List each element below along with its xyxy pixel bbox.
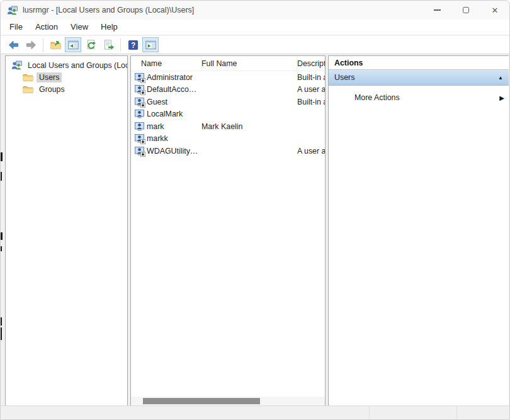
list-column-headers: Name Full Name Description — [131, 56, 325, 71]
users-list-panel: Name Full Name Description — [130, 55, 326, 406]
user-row[interactable]: mark Mark Kaelin — [131, 120, 325, 133]
user-account-icon — [135, 85, 144, 94]
export-list-icon[interactable] — [100, 37, 116, 52]
screen-edge-artifact — [1, 317, 2, 326]
horizontal-scrollbar-thumb[interactable] — [143, 398, 260, 404]
menu-bar: FileActionViewHelp — [1, 20, 509, 35]
expand-icon: ▶ — [499, 94, 504, 101]
menu-item[interactable]: Action — [29, 20, 64, 35]
more-actions-label: More Actions — [354, 93, 400, 102]
collapse-icon[interactable]: ▲ — [498, 75, 503, 81]
user-full-name-cell: Mark Kaelin — [201, 122, 297, 131]
horizontal-scrollbar[interactable] — [131, 397, 325, 406]
account-disabled-badge — [140, 139, 145, 144]
actions-panel-title: Actions — [329, 56, 509, 70]
toolbar-separator — [120, 38, 121, 52]
user-row[interactable]: markk — [131, 133, 325, 145]
lusrmgr-window: lusrmgr - [Local Users and Groups (Local… — [0, 0, 510, 420]
refresh-icon[interactable] — [82, 37, 99, 52]
toolbar: ? — [1, 36, 509, 54]
tree-item-label: Groups — [37, 84, 67, 94]
user-description-cell: A user ac — [297, 85, 325, 94]
user-account-icon — [135, 147, 144, 156]
tree-item[interactable]: Groups — [6, 83, 127, 95]
actions-panel: Actions Users ▲ More Actions ▶ — [328, 55, 509, 406]
tree-root-label: Local Users and Groups (Local) — [25, 60, 128, 71]
status-strip — [1, 406, 509, 419]
folder-icon — [23, 72, 33, 82]
status-divider — [456, 407, 457, 419]
tree-item-label: Users — [37, 72, 62, 82]
user-name-cell: Administrator — [147, 73, 201, 82]
tree-item[interactable]: Users — [6, 71, 127, 83]
user-name-cell: WDAGUtility… — [147, 147, 201, 156]
user-name-cell: Guest — [147, 98, 201, 106]
window-controls: ✕ — [422, 1, 509, 20]
column-header-full-name[interactable]: Full Name — [201, 56, 297, 71]
user-row[interactable]: DefaultAcco… A user ac — [131, 84, 325, 96]
user-row[interactable]: LocalMark — [131, 108, 325, 121]
account-disabled-badge — [140, 78, 145, 83]
forward-icon[interactable] — [23, 37, 39, 52]
user-row[interactable]: Administrator Built-in a — [131, 71, 325, 84]
screen-edge-artifact — [1, 246, 2, 251]
column-header-description[interactable]: Description — [297, 56, 325, 71]
maximize-icon[interactable] — [451, 1, 480, 20]
actions-group-label: Users — [334, 73, 354, 82]
tree-root-node[interactable]: Local Users and Groups (Local) — [6, 59, 127, 71]
user-account-icon — [135, 98, 144, 106]
user-account-icon — [135, 110, 144, 118]
list-rows: Administrator Built-in a — [131, 71, 325, 157]
account-disabled-badge — [140, 90, 145, 95]
user-name-cell: mark — [147, 122, 201, 131]
status-divider — [369, 407, 370, 419]
actions-group-users[interactable]: Users ▲ — [329, 70, 509, 86]
window-title: lusrmgr - [Local Users and Groups (Local… — [23, 6, 194, 14]
show-console-tree-icon[interactable] — [65, 37, 81, 52]
close-icon[interactable]: ✕ — [480, 1, 509, 20]
user-account-icon — [135, 122, 144, 131]
screen-edge-artifact — [1, 232, 3, 240]
back-icon[interactable] — [5, 37, 21, 52]
help-icon[interactable]: ? — [125, 37, 141, 52]
svg-text:?: ? — [130, 40, 135, 49]
computer-users-icon — [11, 60, 22, 70]
account-disabled-badge — [140, 152, 145, 157]
console-tree-panel: Local Users and Groups (Local) Users Gro… — [5, 55, 128, 406]
user-name-cell: LocalMark — [147, 110, 201, 118]
user-account-icon — [135, 73, 144, 82]
local-users-groups-icon — [7, 6, 18, 15]
menu-item[interactable]: Help — [94, 20, 124, 35]
user-row[interactable]: WDAGUtility… A user ac — [131, 145, 325, 157]
toolbar-separator — [43, 38, 43, 52]
user-name-cell: markk — [147, 134, 201, 143]
user-row[interactable]: Guest Built-in a — [131, 96, 325, 108]
tree-children: Users Groups — [6, 71, 127, 95]
titlebar[interactable]: lusrmgr - [Local Users and Groups (Local… — [1, 1, 509, 20]
account-disabled-badge — [140, 103, 145, 108]
show-action-pane-icon[interactable] — [142, 37, 159, 52]
up-one-level-icon[interactable] — [47, 37, 64, 52]
user-description-cell: A user ac — [297, 147, 325, 156]
screen-edge-artifact — [1, 327, 2, 340]
user-account-icon — [135, 134, 144, 143]
menu-item[interactable]: View — [64, 20, 94, 35]
screen-edge-artifact — [1, 172, 2, 181]
screen-edge-artifact — [1, 152, 3, 161]
column-header-name[interactable]: Name — [131, 56, 201, 71]
folder-icon — [23, 84, 33, 94]
more-actions-item[interactable]: More Actions ▶ — [329, 90, 509, 105]
user-description-cell: Built-in a — [297, 98, 325, 106]
user-name-cell: DefaultAcco… — [147, 85, 201, 94]
menu-item[interactable]: File — [3, 20, 29, 35]
user-description-cell: Built-in a — [297, 73, 325, 82]
minimize-icon[interactable] — [422, 1, 451, 20]
